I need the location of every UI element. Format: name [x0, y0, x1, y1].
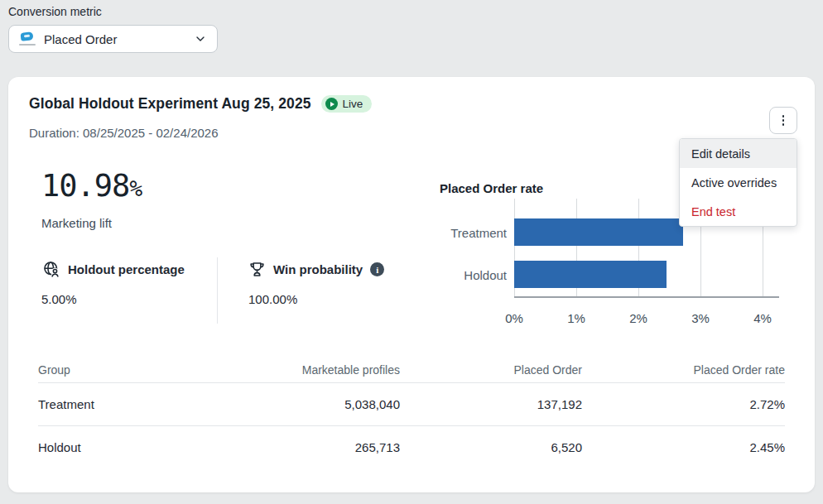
menu-item-edit-details[interactable]: Edit details	[680, 139, 797, 168]
holdout-percentage-value: 5.00%	[41, 292, 77, 306]
x-tick-label: 3%	[680, 311, 721, 325]
live-status-badge: Live	[321, 95, 373, 113]
menu-item-active-overrides[interactable]: Active overrides	[680, 168, 797, 197]
header-placed-order: Placed Order	[400, 358, 582, 382]
marketing-lift-label: Marketing lift	[41, 216, 112, 230]
experiment-card: Global Holdout Experiment Aug 25, 2025 L…	[8, 77, 815, 492]
win-probability-label: Win probability	[273, 262, 363, 276]
treatment-bar	[514, 218, 683, 246]
placed-order-integration-icon	[19, 31, 36, 46]
trophy-icon	[248, 261, 266, 278]
x-tick-label: 0%	[493, 311, 535, 325]
conversion-metric-select[interactable]: Placed Order	[8, 25, 218, 53]
cell-placed-order: 6,520	[400, 425, 582, 468]
header-placed-order-rate: Placed Order rate	[582, 358, 785, 382]
header-group: Group	[38, 358, 204, 382]
cell-placed-order: 137,192	[400, 382, 582, 425]
marketing-lift-value: 10.98%	[41, 168, 142, 204]
category-label-holdout: Holdout	[432, 268, 507, 282]
cell-placed-order-rate: 2.45%	[582, 425, 785, 468]
table-row-holdout: Holdout 265,713 6,520 2.45%	[38, 425, 785, 468]
x-tick-label: 2%	[618, 311, 659, 325]
chevron-down-icon	[194, 32, 207, 46]
context-menu: Edit details Active overrides End test	[679, 138, 797, 227]
kebab-menu-button[interactable]	[769, 107, 797, 134]
cell-marketable-profiles: 5,038,040	[204, 382, 400, 425]
holdout-bar	[514, 261, 667, 288]
x-tick-label: 1%	[556, 311, 597, 325]
live-badge-label: Live	[343, 98, 363, 110]
cell-group: Holdout	[38, 425, 204, 468]
results-table: Group Marketable profiles Placed Order P…	[38, 358, 785, 468]
cell-placed-order-rate: 2.72%	[582, 382, 785, 425]
table-header-row: Group Marketable profiles Placed Order P…	[38, 358, 785, 382]
table-row-treatment: Treatment 5,038,040 137,192 2.72%	[38, 382, 785, 425]
x-tick-label: 4%	[742, 311, 783, 325]
cell-marketable-profiles: 265,713	[204, 425, 400, 468]
info-icon[interactable]: i	[370, 262, 384, 276]
experiment-title: Global Holdout Experiment Aug 25, 2025	[29, 95, 311, 113]
header-marketable-profiles: Marketable profiles	[204, 358, 400, 382]
stats-divider	[217, 257, 218, 324]
win-probability-value: 100.00%	[248, 292, 297, 306]
globe-user-icon	[43, 261, 60, 278]
conversion-metric-label: Conversion metric	[8, 5, 102, 18]
cell-group: Treatment	[38, 382, 204, 425]
menu-item-end-test[interactable]: End test	[680, 197, 797, 226]
holdout-percentage-label: Holdout percentage	[68, 262, 185, 276]
category-label-treatment: Treatment	[432, 226, 507, 240]
chart-title: Placed Order rate	[440, 181, 543, 195]
play-icon	[325, 98, 338, 110]
x-axis-line	[514, 296, 779, 298]
experiment-duration: Duration: 08/25/2025 - 02/24/2026	[29, 126, 219, 140]
conversion-metric-value: Placed Order	[44, 32, 194, 46]
